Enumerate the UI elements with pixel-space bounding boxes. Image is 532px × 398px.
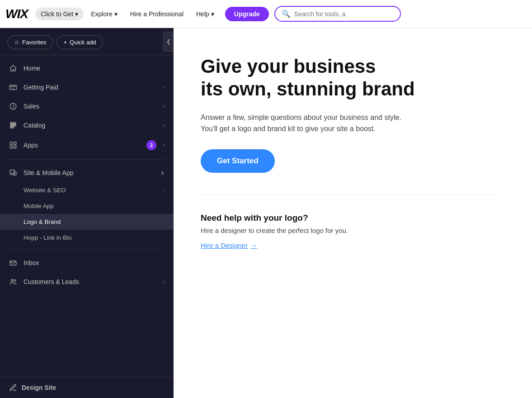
svg-rect-3: [10, 142, 12, 144]
sales-icon: [9, 102, 17, 110]
sales-label: Sales: [24, 103, 156, 110]
inbox-label: Inbox: [24, 259, 165, 266]
site-mobile-icon: [9, 169, 17, 177]
getting-paid-label: Getting Paid: [24, 84, 156, 91]
help-section: Need help with your logo? Hire a designe…: [201, 195, 496, 250]
favorites-button[interactable]: ☆ Favorites: [7, 35, 53, 49]
top-nav: WIX Click to Get ▾ Explore ▾ Hire a Prof…: [0, 0, 532, 28]
collapse-sidebar-button[interactable]: ❮: [163, 32, 174, 52]
chevron-down-icon: ▾: [114, 10, 118, 18]
chevron-right-icon: ›: [163, 142, 165, 148]
main-content: Give your business its own, stunning bra…: [174, 28, 532, 398]
search-icon: 🔍: [282, 9, 291, 18]
explore-label: Explore: [91, 10, 112, 18]
sidebar-divider-2: [9, 249, 165, 250]
help-title: Need help with your logo?: [201, 213, 496, 223]
click-to-get-label: Click to Get: [41, 10, 73, 18]
sidebar-divider: [9, 159, 165, 160]
sidebar-subitem-logo-brand[interactable]: Logo & Brand: [0, 214, 174, 230]
sidebar-item-inbox[interactable]: Inbox: [0, 253, 174, 272]
svg-rect-4: [14, 142, 16, 144]
plus-icon: +: [63, 39, 67, 46]
sidebar: ☆ Favorites + Quick add ❮ Home Getting P…: [0, 28, 174, 398]
inbox-icon: [9, 259, 17, 267]
chevron-right-icon: ›: [163, 122, 165, 128]
sidebar-item-customers[interactable]: Customers & Leads ›: [0, 272, 174, 291]
sidebar-item-catalog[interactable]: Catalog ›: [0, 116, 174, 135]
collapse-icon: ❮: [166, 38, 171, 45]
get-started-label: Get Started: [217, 156, 259, 165]
apps-label: Apps: [24, 142, 140, 149]
click-to-get-button[interactable]: Click to Get ▾: [35, 8, 84, 20]
hero-section: Give your business its own, stunning bra…: [201, 55, 496, 194]
upgrade-button[interactable]: Upgrade: [225, 7, 269, 21]
home-label: Home: [24, 65, 165, 72]
favorites-label: Favorites: [22, 39, 46, 46]
hire-designer-link[interactable]: Hire a Designer →: [201, 242, 257, 249]
search-input[interactable]: [294, 10, 394, 18]
arrow-right-icon: →: [250, 242, 257, 249]
sidebar-item-sales[interactable]: Sales ›: [0, 97, 174, 116]
sidebar-item-getting-paid[interactable]: Getting Paid ›: [0, 78, 174, 97]
design-site-button[interactable]: Design Site: [0, 377, 174, 398]
star-icon: ☆: [14, 39, 19, 46]
chevron-down-icon: ▾: [211, 10, 214, 18]
get-started-button[interactable]: Get Started: [201, 149, 275, 173]
svg-rect-6: [14, 146, 16, 148]
hire-designer-label: Hire a Designer: [201, 242, 248, 249]
hopp-label: Hopp - Link in Bio: [24, 234, 72, 241]
sidebar-item-site-mobile[interactable]: Site & Mobile App ∧: [0, 163, 174, 182]
getting-paid-icon: [9, 83, 17, 91]
sidebar-item-home[interactable]: Home: [0, 59, 174, 78]
main-layout: ☆ Favorites + Quick add ❮ Home Getting P…: [0, 28, 532, 398]
svg-point-1: [13, 88, 14, 89]
sidebar-top: ☆ Favorites + Quick add ❮: [0, 28, 174, 55]
sidebar-subitem-mobile-app[interactable]: Mobile App: [0, 198, 174, 214]
catalog-icon: [9, 121, 17, 129]
svg-point-10: [14, 280, 16, 281]
search-box: 🔍: [274, 6, 401, 22]
sidebar-item-apps[interactable]: Apps 2 ›: [0, 135, 174, 156]
sidebar-nav: Home Getting Paid › Sales › Catalog ›: [0, 55, 174, 377]
apps-icon: [9, 141, 17, 149]
customers-label: Customers & Leads: [24, 278, 156, 285]
home-icon: [9, 64, 17, 72]
chevron-right-icon: ›: [163, 103, 165, 109]
help-label: Help: [196, 10, 209, 18]
chevron-right-icon: ›: [163, 84, 165, 90]
hero-description: Answer a few, simple questions about you…: [201, 112, 472, 135]
website-seo-label: Website & SEO: [24, 187, 66, 194]
svg-rect-5: [10, 146, 12, 148]
chevron-down-icon: ▾: [75, 10, 78, 18]
help-description: Hire a designer to create the perfect lo…: [201, 227, 496, 234]
logo-brand-label: Logo & Brand: [24, 218, 61, 225]
svg-rect-0: [10, 85, 17, 90]
quick-add-label: Quick add: [70, 39, 96, 46]
customers-icon: [9, 278, 17, 286]
chevron-right-icon: ›: [163, 279, 165, 285]
upgrade-label: Upgrade: [234, 10, 260, 18]
mobile-app-label: Mobile App: [24, 203, 54, 209]
chevron-right-icon: ›: [163, 188, 165, 193]
sidebar-subitem-website-seo[interactable]: Website & SEO ›: [0, 182, 174, 198]
site-mobile-label: Site & Mobile App: [24, 169, 154, 176]
sidebar-subitem-hopp[interactable]: Hopp - Link in Bio: [0, 230, 174, 246]
hire-professional-button[interactable]: Hire a Professional: [125, 8, 189, 20]
explore-button[interactable]: Explore ▾: [85, 8, 122, 20]
quick-add-button[interactable]: + Quick add: [56, 35, 103, 49]
wix-logo: WIX: [5, 7, 28, 21]
chevron-up-icon: ∧: [160, 170, 165, 176]
hero-title: Give your business its own, stunning bra…: [201, 55, 496, 101]
apps-badge: 2: [146, 140, 156, 150]
catalog-label: Catalog: [24, 122, 156, 129]
hire-professional-label: Hire a Professional: [130, 10, 184, 18]
svg-point-9: [11, 280, 14, 282]
svg-rect-7: [10, 170, 14, 174]
design-site-icon: [9, 384, 17, 392]
help-button[interactable]: Help ▾: [191, 8, 220, 20]
design-site-label: Design Site: [22, 384, 56, 391]
